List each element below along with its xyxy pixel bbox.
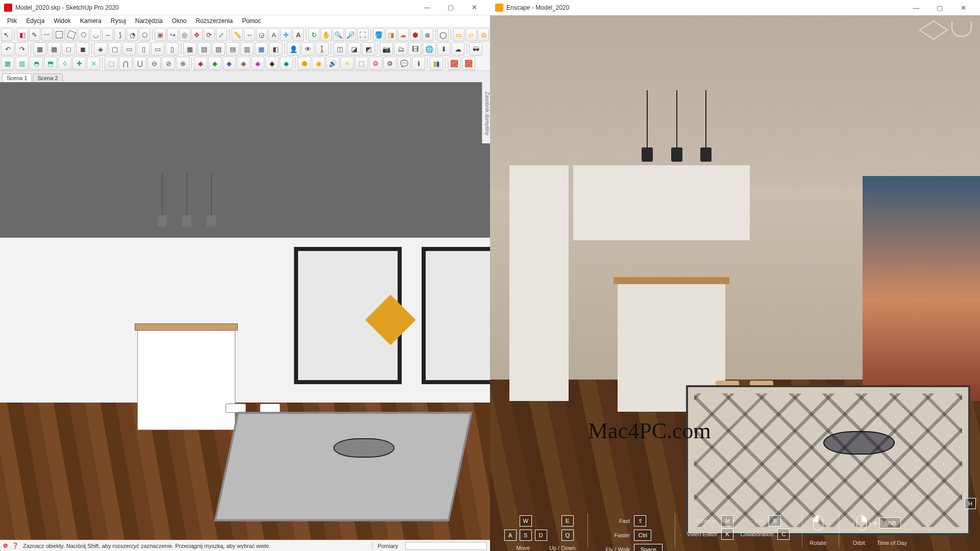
section-cuts-button[interactable]: ◪ — [348, 42, 361, 56]
key-ctrl[interactable]: Ctrl — [634, 530, 651, 541]
polygon-tool[interactable]: ⬡ — [139, 28, 150, 41]
extension-warehouse-tool[interactable]: ⬢ — [410, 28, 421, 41]
text-tool[interactable]: A — [268, 28, 280, 41]
enscape-feedback-button[interactable]: 💬 — [398, 57, 411, 70]
plugin-b-button[interactable]: ◆ — [208, 57, 222, 70]
enscape-mono-button[interactable]: 🎞 — [408, 42, 422, 56]
plugin-d-button[interactable]: ◆ — [237, 57, 250, 70]
back-view-button[interactable]: ▭ — [151, 42, 164, 56]
3d-text-tool[interactable]: A — [292, 28, 304, 41]
top-view-button[interactable]: ▢ — [108, 42, 121, 56]
scene-tab-1[interactable]: Scena 1 — [2, 73, 32, 82]
move-tool[interactable]: ✥ — [191, 28, 203, 41]
enscape-sync-button[interactable]: ▱ — [465, 28, 477, 41]
key-q[interactable]: Q — [561, 530, 574, 541]
walk-button[interactable]: 🚶 — [315, 42, 329, 56]
solid-outer-shell-button[interactable]: ⬚ — [105, 57, 118, 70]
solid-subtract-button[interactable]: ⊖ — [148, 57, 161, 70]
close-button[interactable]: ✕ — [951, 0, 975, 15]
menu-edycja[interactable]: Edycja — [22, 16, 48, 26]
menu-okno[interactable]: Okno — [168, 16, 191, 26]
push-pull-tool[interactable]: ▣ — [155, 28, 166, 41]
key-d[interactable]: D — [535, 530, 547, 541]
zoom-window-tool[interactable]: 🔎 — [345, 28, 356, 41]
measurements-input[interactable] — [405, 542, 487, 550]
plugin-a-button[interactable]: ◆ — [194, 57, 207, 70]
pie-tool[interactable]: ◔ — [127, 28, 138, 41]
zoom-tool[interactable]: 🔍 — [333, 28, 344, 41]
key-shift[interactable]: Shift — [879, 517, 901, 529]
solid-intersect-button[interactable]: ⋂ — [119, 57, 132, 70]
key-m[interactable]: M — [721, 515, 733, 527]
enscape-light-button[interactable]: ☀ — [340, 57, 354, 70]
circle-tool[interactable] — [78, 28, 89, 41]
menu-plik[interactable]: Plik — [3, 16, 21, 26]
hidden-line-button[interactable]: ▤ — [226, 42, 239, 56]
wireframe-button[interactable]: ▧ — [212, 42, 225, 56]
menu-widok[interactable]: Widok — [50, 16, 75, 26]
enscape-live-button[interactable]: ▭ — [453, 28, 464, 41]
scale-tool[interactable]: ⤢ — [216, 28, 227, 41]
section-plane-tool[interactable]: ◨ — [385, 28, 397, 41]
tape-measure-tool[interactable]: 📏 — [232, 28, 243, 41]
enscape-settings-button[interactable]: ⚙ — [369, 57, 382, 70]
sandbox-drape-button[interactable]: ◊ — [58, 57, 71, 70]
maximize-button[interactable]: ▢ — [439, 0, 462, 15]
menu-kamera[interactable]: Kamera — [76, 16, 106, 26]
offset-tool[interactable]: ◎ — [179, 28, 190, 41]
enscape-about-button[interactable]: ℹ — [412, 57, 425, 70]
maximize-button[interactable]: ▢ — [928, 0, 951, 15]
plugin-g-button[interactable]: ◆ — [280, 57, 293, 70]
sandbox-flip-edge-button[interactable]: ⤬ — [87, 57, 100, 70]
3pt-arc-tool[interactable]: ⟆ — [114, 28, 126, 41]
rectangle-tool[interactable] — [54, 28, 65, 41]
key-b[interactable]: B — [769, 515, 781, 527]
default-tray-tab[interactable]: Zasobnik domyślny — [482, 82, 490, 143]
style-palette-button[interactable]: ▆ — [430, 57, 443, 70]
menu-rysuj[interactable]: Rysuj — [107, 16, 130, 26]
status-alert-icon[interactable]: ⊘ — [3, 542, 8, 549]
enscape-proxy-button[interactable]: ⬚ — [355, 57, 368, 70]
menu-rozszerzenia[interactable]: Rozszerzenia — [191, 16, 237, 26]
sketchup-viewport[interactable]: Zasobnik domyślny — [0, 82, 490, 540]
position-camera-button[interactable]: 👤 — [287, 42, 300, 56]
enscape-viewport[interactable]: Mac4PC.com H W E A — [490, 15, 980, 551]
paint-bucket-tool[interactable]: 🪣 — [373, 28, 384, 41]
scene-tab-2[interactable]: Scena 2 — [33, 73, 62, 82]
key-k[interactable]: K — [721, 529, 733, 540]
hide-button[interactable]: ◻ — [62, 42, 75, 56]
left-view-button[interactable]: ▯ — [165, 42, 179, 56]
enscape-assets-button[interactable]: ⬢ — [298, 57, 311, 70]
key-space[interactable]: Space — [634, 544, 663, 551]
arc-tool[interactable]: ◡ — [90, 28, 102, 41]
key-a[interactable]: A — [504, 530, 517, 541]
enscape-materials-button[interactable]: ◉ — [312, 57, 325, 70]
section-fill-button[interactable]: ◩ — [362, 42, 375, 56]
xray-button[interactable]: ▦ — [183, 42, 197, 56]
follow-me-tool[interactable]: ↪ — [167, 28, 178, 41]
make-group-button[interactable]: ▩ — [47, 42, 61, 56]
key-c[interactable]: C — [777, 529, 790, 540]
right-view-button[interactable]: ▯ — [137, 42, 150, 56]
axes-tool[interactable]: ✛ — [280, 28, 291, 41]
enscape-general-button[interactable]: ⚙ — [383, 57, 397, 70]
plugin-c-button[interactable]: ◆ — [223, 57, 236, 70]
menu-narzedzia[interactable]: Narzędzia — [131, 16, 167, 26]
make-component-button[interactable]: ▦ — [33, 42, 46, 56]
select-tool[interactable]: ↖ — [1, 28, 12, 41]
sandbox-add-detail-button[interactable]: ✚ — [72, 57, 86, 70]
sandbox-smoove-button[interactable]: ◓ — [30, 57, 43, 70]
eraser-tool[interactable]: ◧ — [17, 28, 28, 41]
pan-tool[interactable]: ✋ — [321, 28, 332, 41]
key-e[interactable]: E — [561, 515, 574, 527]
close-button[interactable]: ✕ — [462, 0, 486, 15]
solid-trim-button[interactable]: ⊘ — [162, 57, 175, 70]
enscape-start-button[interactable]: ◯ — [437, 28, 449, 41]
enscape-web-button[interactable]: ☁ — [451, 42, 464, 56]
solid-union-button[interactable]: ⋃ — [133, 57, 146, 70]
sandbox-from-scratch-button[interactable]: ▥ — [15, 57, 29, 70]
rotate-tool[interactable]: ⟳ — [204, 28, 215, 41]
key-shift-up[interactable]: ⇧ — [634, 515, 646, 527]
redo-button[interactable]: ↷ — [15, 42, 29, 56]
key-s[interactable]: S — [520, 530, 532, 541]
